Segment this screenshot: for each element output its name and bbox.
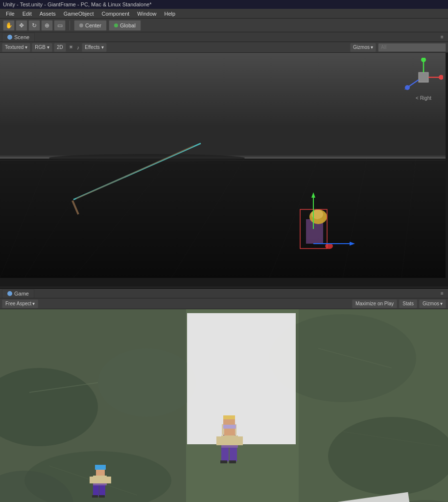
rgb-arrow: ▾ <box>47 45 49 50</box>
svg-rect-72 <box>99 485 105 496</box>
sun-icon[interactable]: ☀ <box>68 44 74 50</box>
scale-tool-button[interactable]: ⊕ <box>41 20 53 31</box>
menu-window[interactable]: Window <box>133 10 160 18</box>
menu-file[interactable]: File <box>2 10 19 18</box>
game-gizmos-arrow: ▾ <box>440 301 443 306</box>
svg-rect-66 <box>95 465 106 470</box>
svg-rect-49 <box>187 313 296 444</box>
game-tab[interactable]: Game <box>2 289 34 298</box>
svg-rect-69 <box>107 477 111 483</box>
svg-rect-68 <box>90 477 94 483</box>
svg-rect-63 <box>220 460 227 463</box>
effects-dropdown[interactable]: Effects ▾ <box>82 43 106 52</box>
game-tab-bar: Game ≡ <box>0 289 448 298</box>
aspect-label: Free Aspect <box>5 301 31 306</box>
scene-viewport[interactable]: Y X Z < Right <box>0 53 448 287</box>
move-tool-button[interactable]: ✥ <box>16 20 27 31</box>
rgb-dropdown[interactable]: RGB ▾ <box>32 43 52 52</box>
twod-label: 2D <box>57 45 63 50</box>
menu-component[interactable]: Component <box>97 10 133 18</box>
game-tab-icon <box>7 291 12 296</box>
svg-rect-71 <box>93 485 99 496</box>
toolbar-sep-1 <box>70 21 70 30</box>
rgb-label: RGB <box>35 45 46 50</box>
game-gizmos-label: Gizmos <box>423 301 439 306</box>
svg-rect-73 <box>92 495 98 498</box>
svg-rect-67 <box>93 476 107 484</box>
svg-rect-48 <box>299 309 448 502</box>
global-label: Global <box>120 23 136 28</box>
maximize-on-play-button[interactable]: Maximize on Play <box>352 299 397 308</box>
scene-tab-bar: Scene ≡ <box>0 32 448 42</box>
game-viewport[interactable] <box>0 309 448 502</box>
global-button[interactable]: Global <box>109 20 141 31</box>
game-gizmos-dropdown[interactable]: Gizmos ▾ <box>419 299 446 308</box>
textured-label: Textured <box>5 45 24 50</box>
center-label: Center <box>85 23 101 28</box>
svg-text:X: X <box>441 76 443 80</box>
scene-search-input[interactable] <box>378 43 446 52</box>
gizmo-svg: Y X Z <box>404 58 443 97</box>
svg-rect-62 <box>230 448 237 461</box>
menu-edit[interactable]: Edit <box>19 10 36 18</box>
effects-arrow: ▾ <box>101 45 104 50</box>
textured-arrow: ▾ <box>25 45 27 50</box>
gizmos-label: Gizmos <box>353 45 370 50</box>
menu-help[interactable]: Help <box>160 10 179 18</box>
rect-tool-button[interactable]: ▭ <box>54 20 66 31</box>
scene-panel: Scene ≡ Textured ▾ RGB ▾ 2D ☀ ♪ Effects … <box>0 32 448 289</box>
svg-rect-59 <box>237 436 243 445</box>
menu-bar: File Edit Assets GameObject Component Wi… <box>0 9 448 19</box>
center-button[interactable]: Center <box>74 20 107 31</box>
game-tab-label: Game <box>14 291 29 297</box>
rotate-tool-button[interactable]: ↻ <box>28 20 40 31</box>
game-panel-close[interactable]: ≡ <box>438 290 446 297</box>
twod-button[interactable]: 2D <box>54 43 66 52</box>
svg-rect-64 <box>229 460 236 463</box>
svg-point-12 <box>49 154 245 162</box>
svg-rect-61 <box>221 448 229 461</box>
audio-icon[interactable]: ♪ <box>76 45 81 50</box>
gizmos-arrow: ▾ <box>371 45 373 50</box>
svg-rect-60 <box>221 445 238 448</box>
effects-label: Effects <box>85 45 99 50</box>
scene-toolbar: Textured ▾ RGB ▾ 2D ☀ ♪ Effects ▾ Gizmos… <box>0 42 448 53</box>
svg-line-30 <box>408 80 419 87</box>
transform-tools: ✋ ✥ ↻ ⊕ ▭ <box>3 20 66 31</box>
svg-rect-25 <box>419 72 428 82</box>
main-toolbar: ✋ ✥ ↻ ⊕ ▭ Center Global <box>0 19 448 32</box>
scene-tab-icon <box>7 35 12 40</box>
stats-button[interactable]: Stats <box>399 299 417 308</box>
hand-tool-button[interactable]: ✋ <box>3 20 15 31</box>
stats-label: Stats <box>402 301 414 306</box>
svg-text:Y: Y <box>423 58 425 60</box>
center-dot <box>79 23 83 27</box>
svg-rect-58 <box>216 436 222 445</box>
svg-rect-70 <box>93 483 107 485</box>
svg-rect-74 <box>99 495 105 498</box>
svg-rect-56 <box>223 425 236 429</box>
svg-text:Z: Z <box>404 86 407 91</box>
textured-dropdown[interactable]: Textured ▾ <box>2 43 30 52</box>
menu-gameobject[interactable]: GameObject <box>60 10 98 18</box>
svg-rect-54 <box>223 415 235 419</box>
aspect-arrow: ▾ <box>32 301 35 306</box>
svg-marker-2 <box>0 158 446 278</box>
game-tab-left: Game <box>2 289 34 298</box>
gizmos-dropdown[interactable]: Gizmos ▾ <box>350 43 376 52</box>
game-background <box>0 309 448 502</box>
scene-tab-label: Scene <box>14 34 29 40</box>
aspect-dropdown[interactable]: Free Aspect ▾ <box>2 299 38 308</box>
scene-gizmo: Y X Z < Right <box>404 58 443 97</box>
maximize-label: Maximize on Play <box>355 301 394 306</box>
scene-background <box>0 53 448 287</box>
svg-point-40 <box>98 348 196 417</box>
game-panel: Game ≡ Free Aspect ▾ Maximize on Play St… <box>0 289 448 502</box>
scene-panel-close[interactable]: ≡ <box>438 33 446 41</box>
menu-assets[interactable]: Assets <box>36 10 60 18</box>
global-dot <box>114 23 118 27</box>
title-bar: Unity - Test.unity - GiantFrame - PC, Ma… <box>0 0 448 9</box>
scene-tab[interactable]: Scene <box>2 33 35 42</box>
game-toolbar: Free Aspect ▾ Maximize on Play Stats Giz… <box>0 298 448 309</box>
svg-rect-57 <box>221 435 238 446</box>
